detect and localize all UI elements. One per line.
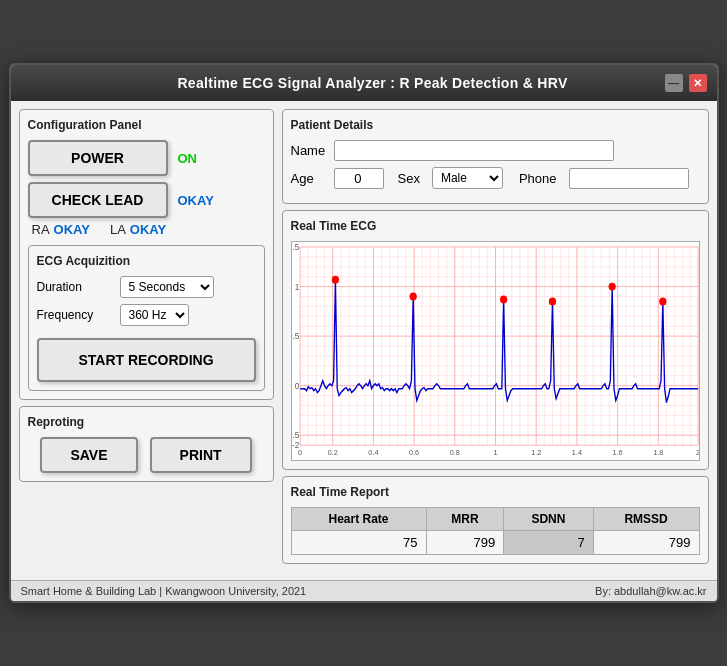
report-panel-title: Real Time Report	[291, 485, 700, 499]
main-window: Realtime ECG Signal Analyzer : R Peak De…	[9, 63, 719, 603]
left-column: Configuration Panel POWER ON CHECK LEAD …	[19, 109, 274, 564]
footer: Smart Home & Building Lab | Kwangwoon Un…	[11, 580, 717, 601]
mrr-value: 799	[426, 531, 504, 555]
ecg-chart: 1.5 1 0.5 0 -0.5 -2 0 0.2 0.4 0.6	[291, 241, 700, 461]
svg-text:0.5: 0.5	[292, 331, 299, 341]
power-row: POWER ON	[28, 140, 265, 176]
r-peak-2	[409, 293, 416, 301]
sex-select[interactable]: Male Female	[432, 167, 503, 189]
r-peak-6	[659, 297, 666, 305]
start-recording-button[interactable]: START RECORDING	[37, 338, 256, 382]
window-title: Realtime ECG Signal Analyzer : R Peak De…	[81, 75, 665, 91]
save-print-row: SAVE PRINT	[28, 437, 265, 473]
check-lead-status: OKAY	[178, 193, 214, 208]
duration-select[interactable]: 5 Seconds 1 Seconds 2 Seconds 3 Seconds …	[120, 276, 214, 298]
svg-text:1.5: 1.5	[292, 242, 299, 252]
footer-left: Smart Home & Building Lab | Kwangwoon Un…	[21, 585, 307, 597]
sdnn-value: 7	[504, 531, 593, 555]
report-table: Heart Rate MRR SDNN RMSSD 75 799 7 799	[291, 507, 700, 555]
svg-text:1.2: 1.2	[531, 448, 541, 457]
power-status: ON	[178, 151, 198, 166]
realtime-report-panel: Real Time Report Heart Rate MRR SDNN RMS…	[282, 476, 709, 564]
frequency-label: Frequency	[37, 308, 112, 322]
window-controls: — ✕	[665, 74, 707, 92]
patient-panel-title: Patient Details	[291, 118, 700, 132]
duration-label: Duration	[37, 280, 112, 294]
sex-label: Sex	[398, 171, 420, 186]
r-peak-4	[548, 297, 555, 305]
patient-details-panel: Patient Details Name Age Sex Male Female…	[282, 109, 709, 204]
svg-text:1.4: 1.4	[571, 448, 581, 457]
svg-text:2: 2	[696, 448, 699, 457]
print-button[interactable]: PRINT	[150, 437, 252, 473]
ecg-svg: 1.5 1 0.5 0 -0.5 -2 0 0.2 0.4 0.6	[292, 242, 699, 460]
report-data-row: 75 799 7 799	[291, 531, 699, 555]
phone-input[interactable]	[569, 168, 689, 189]
col-sdnn: SDNN	[504, 508, 593, 531]
ecg-acq-title: ECG Acquizition	[37, 254, 256, 268]
svg-text:1: 1	[493, 448, 497, 457]
check-lead-row: CHECK LEAD OKAY	[28, 182, 265, 218]
lead-status-row: RA OKAY LA OKAY	[28, 222, 265, 237]
r-peak-1	[331, 276, 338, 284]
age-input[interactable]	[334, 168, 384, 189]
col-heart-rate: Heart Rate	[291, 508, 426, 531]
heart-rate-value: 75	[291, 531, 426, 555]
age-label: Age	[291, 171, 326, 186]
svg-text:0.6: 0.6	[409, 448, 419, 457]
reporting-title: Reproting	[28, 415, 265, 429]
col-mrr: MRR	[426, 508, 504, 531]
name-label: Name	[291, 143, 326, 158]
la-lead: LA OKAY	[110, 222, 166, 237]
ecg-acquisition-panel: ECG Acquizition Duration 5 Seconds 1 Sec…	[28, 245, 265, 391]
minimize-button[interactable]: —	[665, 74, 683, 92]
la-label: LA	[110, 222, 126, 237]
config-panel: Configuration Panel POWER ON CHECK LEAD …	[19, 109, 274, 400]
power-button[interactable]: POWER	[28, 140, 168, 176]
config-panel-title: Configuration Panel	[28, 118, 265, 132]
name-input[interactable]	[334, 140, 614, 161]
ra-label: RA	[32, 222, 50, 237]
svg-text:-0.5: -0.5	[292, 430, 299, 440]
r-peak-3	[500, 296, 507, 304]
ecg-panel-title: Real Time ECG	[291, 219, 700, 233]
svg-text:1.6: 1.6	[612, 448, 622, 457]
right-column: Patient Details Name Age Sex Male Female…	[282, 109, 709, 564]
la-status: OKAY	[130, 222, 166, 237]
phone-label: Phone	[519, 171, 557, 186]
svg-text:0.4: 0.4	[368, 448, 378, 457]
check-lead-button[interactable]: CHECK LEAD	[28, 182, 168, 218]
name-row: Name	[291, 140, 700, 161]
age-sex-phone-row: Age Sex Male Female Phone	[291, 167, 700, 189]
svg-text:0: 0	[294, 380, 299, 390]
svg-text:0.8: 0.8	[449, 448, 459, 457]
close-button[interactable]: ✕	[689, 74, 707, 92]
frequency-row: Frequency 360 Hz 180 Hz 720 Hz	[37, 304, 256, 326]
titlebar: Realtime ECG Signal Analyzer : R Peak De…	[11, 65, 717, 101]
ra-status: OKAY	[54, 222, 90, 237]
ra-lead: RA OKAY	[32, 222, 90, 237]
ecg-panel: Real Time ECG	[282, 210, 709, 470]
col-rmssd: RMSSD	[593, 508, 699, 531]
footer-right: By: abdullah@kw.ac.kr	[595, 585, 706, 597]
svg-text:1: 1	[294, 281, 299, 291]
svg-text:0: 0	[298, 448, 302, 457]
frequency-select[interactable]: 360 Hz 180 Hz 720 Hz	[120, 304, 189, 326]
rmssd-value: 799	[593, 531, 699, 555]
duration-row: Duration 5 Seconds 1 Seconds 2 Seconds 3…	[37, 276, 256, 298]
svg-text:0.2: 0.2	[327, 448, 337, 457]
save-button[interactable]: SAVE	[40, 437, 137, 473]
r-peak-5	[608, 283, 615, 291]
reporting-panel: Reproting SAVE PRINT	[19, 406, 274, 482]
svg-text:1.8: 1.8	[653, 448, 663, 457]
